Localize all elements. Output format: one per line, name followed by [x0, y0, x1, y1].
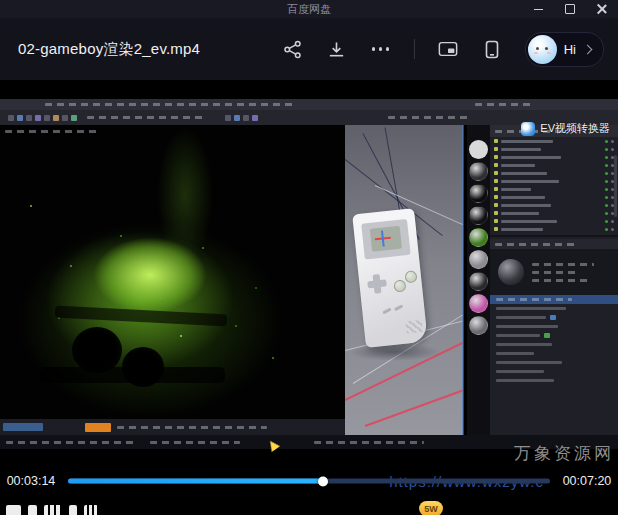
viewport-stats-text [5, 130, 101, 133]
render-toolbar-segment [3, 423, 43, 431]
toolbar-icon-chips [8, 115, 77, 121]
tab-text-dashes [495, 243, 579, 246]
material-info-lines [532, 263, 594, 282]
progress-fill [68, 479, 323, 484]
panel-scrollbar [614, 155, 617, 217]
yellow-badge: 5W [419, 501, 443, 515]
download-icon [327, 40, 346, 59]
player-header: 02-gameboy渲染2_ev.mp4 [0, 18, 618, 80]
status-text-dashes [150, 441, 240, 444]
more-icon [372, 47, 390, 51]
material-swatch [469, 294, 488, 313]
picture-in-picture-button[interactable] [437, 38, 459, 60]
panel-divider [490, 235, 618, 237]
picture-in-picture-icon [438, 40, 458, 58]
model-shadow [349, 343, 441, 361]
partial-glyph [84, 505, 98, 515]
user-avatar [528, 35, 557, 64]
render-toolbar [0, 419, 345, 435]
video-filename: 02-gameboy渲染2_ev.mp4 [18, 40, 200, 59]
menu-text-dashes [45, 103, 295, 106]
ev-converter-icon [521, 122, 535, 136]
toolbar-icon-chips [225, 115, 258, 121]
material-swatch [469, 272, 488, 291]
clipped-controls [6, 505, 98, 515]
video-area: EV视频转换器 万象资源网 [0, 80, 618, 468]
converter-watermark: EV视频转换器 [521, 121, 610, 136]
material-swatch-column [467, 125, 490, 435]
app-menubar [0, 99, 618, 110]
toolbar-text-dashes [87, 116, 207, 119]
converter-watermark-text: EV视频转换器 [540, 121, 610, 136]
chevron-right-icon [583, 44, 593, 54]
cast-to-device-button[interactable] [481, 38, 503, 60]
window-controls [522, 0, 618, 18]
gameboy-start-button [382, 308, 391, 315]
share-button[interactable] [282, 38, 304, 60]
gameboy-dpad [367, 279, 387, 288]
scene-silhouette [40, 367, 225, 383]
material-swatch [469, 140, 488, 159]
material-swatch [469, 316, 488, 335]
status-text-dashes [6, 441, 136, 444]
video-frame[interactable]: EV视频转换器 [0, 99, 618, 449]
bottom-strip: 5W [0, 494, 618, 515]
titlebar: 百度网盘 [0, 0, 618, 18]
partial-glyph [28, 505, 37, 515]
current-time: 00:03:14 [0, 474, 62, 488]
props-rows [490, 304, 618, 385]
maximize-button[interactable] [554, 0, 586, 18]
gameboy-model [352, 208, 428, 348]
total-time: 00:07:20 [556, 474, 618, 488]
partial-glyph [44, 505, 62, 515]
user-account-button[interactable]: Hi [525, 32, 604, 67]
close-button[interactable] [586, 0, 618, 18]
progress-handle[interactable] [318, 476, 328, 486]
material-swatch [469, 184, 488, 203]
spline-line [365, 387, 463, 426]
toolbar-text-dashes [388, 116, 468, 119]
material-swatch [469, 206, 488, 225]
window-title: 百度网盘 [287, 2, 331, 17]
material-preview-area [490, 249, 618, 295]
render-toolbar-text [117, 426, 267, 429]
cast-to-device-icon [484, 40, 500, 59]
material-swatch [469, 228, 488, 247]
close-icon [597, 4, 607, 14]
toolbar-divider [414, 39, 415, 59]
outliner-rows [490, 137, 618, 233]
header-toolbar: Hi [282, 32, 604, 67]
playback-controls: 00:03:14 https://www.wxzyw.c 00:07:20 [0, 468, 618, 494]
menu-text-dashes [475, 103, 535, 106]
object-manager-panel [490, 125, 618, 435]
attributes-tabs [490, 239, 618, 249]
material-swatch [469, 250, 488, 269]
app-window: 百度网盘 02-gameboy渲染2_ev.mp4 [0, 0, 618, 515]
render-viewport [0, 125, 345, 419]
selected-attribute-row [490, 295, 618, 304]
more-button[interactable] [370, 38, 392, 60]
partial-glyph [6, 505, 21, 515]
download-button[interactable] [326, 38, 348, 60]
render-noise-speckles [30, 205, 32, 207]
perspective-viewport [345, 125, 463, 435]
gameboy-select-button [394, 304, 403, 311]
gameboy-speaker-grille [406, 320, 423, 334]
minimize-icon [534, 9, 543, 10]
progress-bar-wrap: https://www.wxzyw.c [68, 468, 550, 494]
maximize-icon [565, 4, 575, 14]
material-preview-sphere [498, 259, 524, 285]
progress-bar[interactable] [68, 479, 550, 484]
material-swatch [469, 162, 488, 181]
scene-silhouette [55, 306, 227, 327]
share-icon [283, 40, 302, 59]
panel-divider [462, 125, 464, 435]
gameboy-button-b [393, 279, 406, 292]
status-text-dashes [314, 441, 424, 444]
render-progress-segment [85, 423, 111, 432]
user-greeting: Hi [564, 42, 576, 57]
gameboy-button-a [404, 270, 417, 283]
minimize-button[interactable] [522, 0, 554, 18]
site-watermark: 万象资源网 [514, 442, 614, 465]
partial-glyph [69, 505, 77, 515]
